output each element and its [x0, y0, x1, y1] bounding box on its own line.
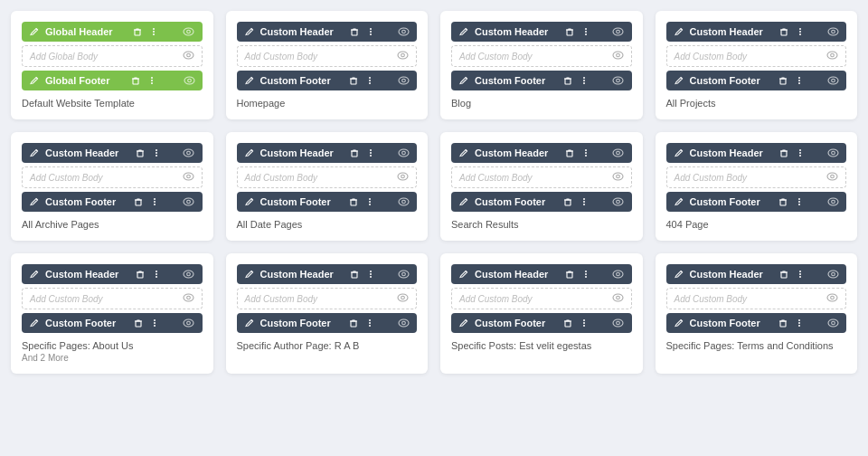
body-row-2[interactable]: Add Custom Body: [237, 45, 418, 67]
eye-icon[interactable]: [612, 172, 624, 183]
trash-button-footer[interactable]: [562, 76, 573, 85]
body-row-12[interactable]: Add Custom Body: [666, 288, 847, 309]
dots-button[interactable]: [151, 148, 162, 157]
trash-button[interactable]: [135, 270, 146, 279]
dots-button[interactable]: [365, 27, 376, 36]
eye-icon-bar[interactable]: [398, 27, 410, 36]
body-row-11[interactable]: Add Custom Body: [451, 288, 632, 309]
eye-icon-bar[interactable]: [612, 318, 624, 328]
header-bar-3[interactable]: Custom Header: [451, 22, 632, 42]
header-bar-4[interactable]: Custom Header: [666, 22, 847, 42]
dots-button-footer[interactable]: [364, 76, 375, 85]
eye-icon[interactable]: [397, 51, 409, 62]
dots-button-footer[interactable]: [794, 197, 805, 206]
trash-button-footer[interactable]: [778, 318, 788, 328]
trash-button-footer[interactable]: [778, 197, 788, 206]
footer-bar-12[interactable]: Custom Footer: [666, 313, 847, 333]
dots-button-footer[interactable]: [579, 318, 590, 328]
dots-button-footer[interactable]: [149, 318, 160, 328]
dots-button-footer[interactable]: [579, 197, 590, 206]
dots-button[interactable]: [580, 27, 591, 36]
trash-button-footer[interactable]: [130, 76, 141, 85]
dots-button-footer[interactable]: [364, 197, 375, 206]
footer-bar-7[interactable]: Custom Footer: [451, 192, 632, 212]
body-row-8[interactable]: Add Custom Body: [666, 166, 847, 188]
eye-icon[interactable]: [397, 293, 409, 304]
dots-button[interactable]: [795, 148, 806, 157]
eye-icon-bar[interactable]: [398, 318, 410, 328]
header-bar-1[interactable]: Global Header: [22, 22, 203, 42]
eye-icon-bar[interactable]: [398, 197, 410, 206]
eye-icon-bar[interactable]: [612, 270, 624, 279]
eye-icon[interactable]: [612, 293, 624, 304]
eye-icon[interactable]: [183, 172, 194, 183]
trash-button-footer[interactable]: [133, 197, 144, 206]
body-row-6[interactable]: Add Custom Body: [237, 166, 418, 188]
eye-icon-bar[interactable]: [612, 197, 624, 206]
header-bar-8[interactable]: Custom Header: [666, 143, 847, 163]
trash-button-footer[interactable]: [348, 197, 359, 206]
eye-icon-bar[interactable]: [183, 197, 194, 206]
dots-button[interactable]: [365, 148, 376, 157]
eye-icon[interactable]: [397, 172, 409, 183]
eye-icon-bar[interactable]: [183, 148, 194, 157]
eye-icon-bar[interactable]: [183, 270, 194, 279]
eye-icon-bar[interactable]: [612, 76, 624, 85]
header-bar-10[interactable]: Custom Header: [237, 264, 418, 284]
footer-bar-8[interactable]: Custom Footer: [666, 192, 847, 212]
footer-bar-4[interactable]: Custom Footer: [666, 71, 847, 90]
trash-button[interactable]: [135, 148, 146, 157]
trash-button[interactable]: [564, 148, 575, 157]
header-bar-9[interactable]: Custom Header: [22, 264, 203, 284]
eye-icon-bar[interactable]: [398, 148, 410, 157]
footer-bar-5[interactable]: Custom Footer: [22, 192, 203, 212]
dots-button-footer[interactable]: [146, 76, 157, 85]
eye-icon-bar[interactable]: [184, 76, 195, 85]
dots-button[interactable]: [795, 27, 806, 36]
header-bar-2[interactable]: Custom Header: [237, 22, 418, 42]
eye-icon-bar[interactable]: [827, 270, 839, 279]
eye-icon-bar[interactable]: [612, 148, 624, 157]
header-bar-6[interactable]: Custom Header: [237, 143, 418, 163]
eye-icon[interactable]: [612, 51, 624, 62]
trash-button[interactable]: [349, 148, 360, 157]
eye-icon-bar[interactable]: [398, 270, 410, 279]
eye-icon-bar[interactable]: [612, 27, 624, 36]
trash-button[interactable]: [778, 270, 789, 279]
body-row-10[interactable]: Add Custom Body: [237, 288, 418, 309]
trash-button[interactable]: [564, 27, 575, 36]
trash-button-footer[interactable]: [562, 318, 573, 328]
eye-icon-bar[interactable]: [827, 148, 839, 157]
eye-icon[interactable]: [183, 293, 194, 304]
body-row-9[interactable]: Add Custom Body: [22, 288, 203, 309]
dots-button[interactable]: [148, 27, 159, 36]
dots-button-footer[interactable]: [364, 318, 375, 328]
eye-icon-bar[interactable]: [827, 318, 839, 328]
trash-button-footer[interactable]: [348, 318, 359, 328]
dots-button[interactable]: [580, 270, 591, 279]
trash-button[interactable]: [778, 27, 789, 36]
trash-button-footer[interactable]: [348, 76, 359, 85]
header-bar-11[interactable]: Custom Header: [451, 264, 632, 284]
eye-icon-bar[interactable]: [827, 197, 839, 206]
trash-button-footer[interactable]: [778, 76, 788, 85]
eye-icon-bar[interactable]: [183, 27, 194, 36]
dots-button-footer[interactable]: [794, 318, 805, 328]
body-row-4[interactable]: Add Custom Body: [666, 45, 847, 67]
eye-icon-bar[interactable]: [827, 27, 839, 36]
eye-icon[interactable]: [826, 51, 838, 62]
header-bar-5[interactable]: Custom Header: [22, 143, 203, 163]
dots-button-footer[interactable]: [794, 76, 805, 85]
footer-bar-11[interactable]: Custom Footer: [451, 313, 632, 333]
footer-bar-1[interactable]: Global Footer: [22, 71, 203, 90]
trash-button-footer[interactable]: [562, 197, 573, 206]
trash-button[interactable]: [564, 270, 575, 279]
footer-bar-9[interactable]: Custom Footer: [22, 313, 203, 333]
footer-bar-6[interactable]: Custom Footer: [237, 192, 418, 212]
trash-button-footer[interactable]: [133, 318, 144, 328]
eye-icon[interactable]: [183, 51, 194, 62]
trash-button[interactable]: [349, 27, 360, 36]
dots-button[interactable]: [795, 270, 806, 279]
footer-bar-3[interactable]: Custom Footer: [451, 71, 632, 90]
body-row-3[interactable]: Add Custom Body: [451, 45, 632, 67]
